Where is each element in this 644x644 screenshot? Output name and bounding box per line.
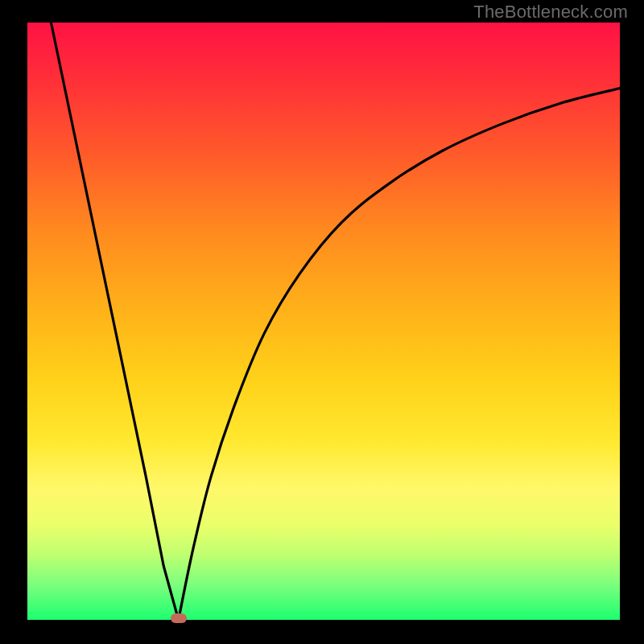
plot-area (27, 23, 620, 620)
watermark-text: TheBottleneck.com (473, 2, 628, 23)
minimum-marker (171, 613, 187, 623)
chart-frame: TheBottleneck.com (0, 0, 644, 644)
